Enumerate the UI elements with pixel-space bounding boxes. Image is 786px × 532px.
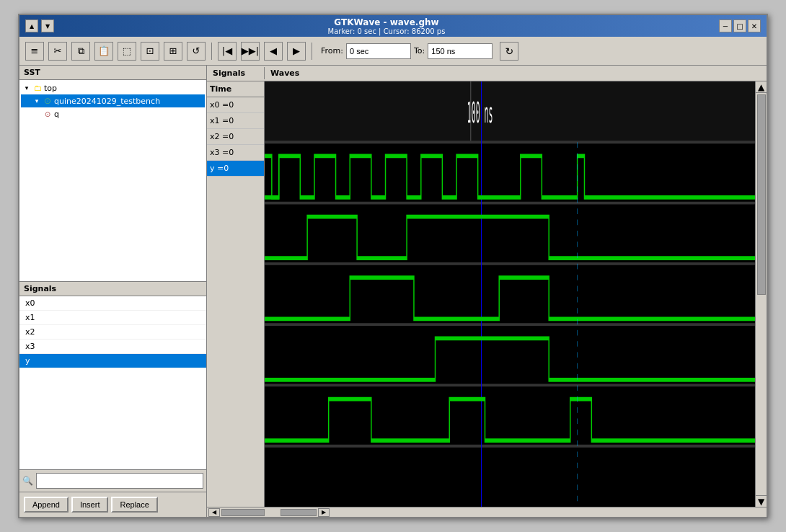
waves-title: Waves [265, 67, 305, 79]
signals-header: Signals [19, 282, 206, 296]
refresh-btn[interactable]: ↻ [500, 42, 518, 61]
tree-label-top: top [44, 84, 57, 93]
signal-item-label-x1: x1 [25, 313, 35, 322]
scroll-right-btn[interactable]: ▶ [318, 508, 330, 517]
window-subtitle: Marker: 0 sec | Cursor: 86200 ps [328, 27, 446, 35]
signals-col-header: Signals [207, 67, 265, 79]
module-icon-testbench: ⊙ [43, 96, 53, 106]
prev-btn[interactable]: ◀ [264, 42, 283, 61]
tree-item-q[interactable]: ⊙ q [21, 107, 205, 120]
svg-rect-1 [265, 81, 755, 142]
zoom-sel-icon: ⊞ [169, 45, 177, 56]
waves-header: Signals Waves [207, 66, 767, 81]
signal-item-x1[interactable]: x1 [19, 311, 206, 325]
minimize-btn[interactable]: − [719, 19, 732, 32]
window-title: GTKWave - wave.ghw [334, 17, 438, 27]
signal-item-label-x2: x2 [25, 327, 35, 337]
tree-item-testbench[interactable]: ▾ ⊙ quine20241029_testbench [21, 94, 205, 107]
begin-btn[interactable]: |◀ [218, 42, 237, 61]
undo-icon: ↺ [193, 45, 200, 56]
signal-item-x3[interactable]: x3 [19, 340, 206, 354]
right-panel: Signals Waves Time x0 =0 x1 =0 x2 =0 x3 … [207, 66, 767, 517]
paste-btn[interactable]: 📋 [94, 42, 113, 61]
undo-btn[interactable]: ↺ [187, 42, 206, 61]
signals-col-label: Signals [213, 68, 245, 78]
signal-item-y[interactable]: y [19, 354, 206, 368]
wave-name-x1: x1 =0 [207, 113, 264, 129]
fast-fwd-icon: ▶▶| [242, 45, 259, 56]
copy-icon: ⧉ [78, 45, 84, 57]
wave-thumb[interactable] [281, 509, 317, 516]
next-btn[interactable]: ▶ [287, 42, 306, 61]
select-btn[interactable]: ⬚ [118, 42, 136, 61]
toolbar-separator-1 [211, 43, 212, 60]
select-icon: ⬚ [123, 45, 131, 56]
horizontal-scrollbar[interactable]: ◀ ▶ [207, 507, 767, 517]
wave-name-y: y =0 [207, 161, 264, 177]
sst-label: SST [24, 68, 40, 77]
insert-button[interactable]: Insert [71, 497, 109, 513]
arrow-up-btn[interactable]: ▲ [25, 19, 38, 32]
zoom-sel-btn[interactable]: ⊞ [164, 42, 182, 61]
search-icon: 🔍 [22, 476, 33, 486]
sst-tree[interactable]: ▾ 🗀 top ▾ ⊙ quine20241029_testbench ⊙ q [19, 80, 206, 281]
main-window: ▲ ▼ GTKWave - wave.ghw Marker: 0 sec | C… [18, 14, 768, 518]
tree-label-testbench: quine20241029_testbench [54, 97, 160, 106]
wave-name-x0: x0 =0 [207, 97, 264, 113]
signal-item-x2[interactable]: x2 [19, 325, 206, 340]
vertical-scrollbar[interactable]: ▲ ▼ [755, 81, 767, 507]
cut-btn[interactable]: ✂ [48, 42, 67, 61]
menu-btn[interactable]: ≡ [25, 42, 44, 61]
search-bar: 🔍 [19, 469, 206, 492]
close-btn[interactable]: ✕ [748, 19, 761, 32]
waves-label-text: Waves [270, 68, 299, 78]
toolbar-separator-2 [312, 43, 312, 60]
signal-item-x0[interactable]: x0 [19, 296, 206, 311]
arrow-down-btn[interactable]: ▼ [41, 19, 54, 32]
toolbar: ≡ ✂ ⧉ 📋 ⬚ ⊡ ⊞ ↺ |◀ ▶▶| ◀ [19, 37, 767, 66]
scroll-left-btn[interactable]: ◀ [208, 508, 220, 517]
sst-header: SST [19, 66, 206, 80]
replace-button[interactable]: Replace [111, 497, 157, 513]
search-input[interactable] [36, 473, 203, 489]
begin-icon: |◀ [222, 45, 232, 56]
svg-rect-0 [265, 81, 755, 507]
cut-icon: ✂ [54, 45, 62, 56]
main-area: SST ▾ 🗀 top ▾ ⊙ quine20241029_testbench [19, 66, 767, 517]
from-label: From: [321, 46, 343, 56]
toggle-testbench: ▾ [32, 97, 41, 105]
signal-names-col: Time x0 =0 x1 =0 x2 =0 x3 =0 y =0 [207, 81, 265, 507]
sst-section: SST ▾ 🗀 top ▾ ⊙ quine20241029_testbench [19, 66, 206, 282]
title-arrows: ▲ ▼ [25, 19, 54, 32]
scroll-up-btn[interactable]: ▲ [756, 81, 767, 93]
wave-name-x3: x3 =0 [207, 145, 264, 161]
copy-btn[interactable]: ⧉ [71, 42, 90, 61]
h-thumb[interactable] [221, 509, 265, 516]
append-button[interactable]: Append [24, 497, 69, 513]
paste-icon: 📋 [98, 45, 110, 56]
bottom-buttons: Append Insert Replace [19, 492, 206, 517]
signals-list[interactable]: x0 x1 x2 x3 y [19, 296, 206, 469]
title-bar-left: ▲ ▼ [25, 19, 54, 32]
wave-area: Time x0 =0 x1 =0 x2 =0 x3 =0 y =0 [207, 81, 767, 507]
maximize-btn[interactable]: □ [733, 19, 746, 32]
zoom-fit-btn[interactable]: ⊡ [141, 42, 159, 61]
hamburger-icon: ≡ [31, 45, 39, 56]
scrollbar-h-thumb[interactable] [221, 509, 279, 516]
to-label: To: [414, 46, 425, 56]
scrollbar-v-thumb[interactable] [757, 94, 766, 295]
tree-item-top[interactable]: ▾ 🗀 top [21, 81, 205, 94]
to-input[interactable] [428, 43, 493, 59]
fast-fwd-btn[interactable]: ▶▶| [241, 42, 260, 61]
waveform-svg: 100 ns [265, 81, 755, 507]
scroll-down-btn[interactable]: ▼ [756, 495, 767, 507]
signals-label: Signals [24, 284, 56, 293]
wave-scrollbar-area[interactable] [281, 509, 317, 516]
signals-section: Signals x0 x1 x2 x3 y [19, 282, 206, 517]
refresh-icon: ↻ [505, 45, 513, 57]
next-icon: ▶ [293, 45, 300, 56]
from-input[interactable] [346, 43, 411, 59]
waveform-canvas[interactable]: 100 ns [265, 81, 755, 507]
prev-icon: ◀ [270, 45, 277, 56]
signal-item-label-y: y [25, 356, 30, 365]
